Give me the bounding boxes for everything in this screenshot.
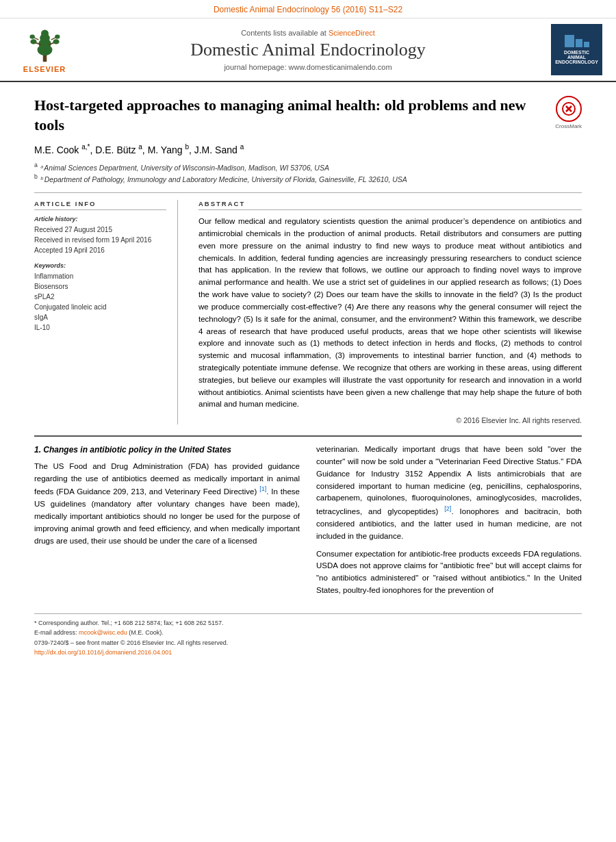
body-separator: [34, 435, 582, 437]
article-history: Article history: Received 27 August 2015…: [34, 216, 166, 255]
logo-sq1: [565, 35, 574, 47]
keyword-1: Inflammation: [34, 271, 166, 281]
journal-logo-image: DOMESTIC ANIMAL ENDOCRINOLOGY: [551, 24, 602, 75]
copyright-line: © 2016 Elsevier Inc. All rights reserved…: [198, 416, 582, 424]
email-link[interactable]: mcook@wisc.edu: [79, 629, 127, 636]
keyword-5: sIgA: [34, 312, 166, 322]
crossmark-icon: [556, 96, 582, 122]
body-col-right: veterinarian. Medically important drugs …: [316, 444, 582, 602]
journal-logo-box: DOMESTIC ANIMAL ENDOCRINOLOGY: [541, 24, 602, 75]
sciencedirect-link[interactable]: ScienceDirect: [329, 29, 375, 37]
affiliations: a ᵃ Animal Sciences Department, Universi…: [34, 161, 582, 184]
elsevier-logo: ELSEVIER: [14, 26, 75, 73]
abstract-column: ABSTRACT Our fellow medical and regulato…: [198, 200, 582, 424]
crossmark: CrossMark: [555, 96, 582, 129]
logo-line2: ANIMAL: [567, 55, 586, 60]
doi-link[interactable]: http://dx.doi.org/10.1016/j.domaniend.20…: [34, 649, 172, 656]
body-col1-para1: The US Food and Drug Administration (FDA…: [34, 461, 300, 548]
keyword-2: Biosensors: [34, 281, 166, 292]
svg-point-6: [30, 39, 36, 44]
elsevier-tree-icon: [26, 26, 64, 64]
ref-2: [2]: [444, 505, 451, 512]
separator-after-affiliations: [34, 192, 582, 193]
footer-separator: [34, 613, 582, 614]
body-col-left: 1. Changes in antibiotic policy in the U…: [34, 444, 300, 602]
article-info-header: ARTICLE INFO: [34, 200, 166, 210]
abstract-paragraph: Our fellow medical and regulatory scient…: [198, 216, 582, 411]
crossmark-label: CrossMark: [555, 123, 582, 129]
keyword-4: Conjugated linoleic acid: [34, 302, 166, 312]
crossmark-svg: [564, 104, 574, 114]
footer: * Corresponding author. Tel.; +1 608 212…: [34, 618, 582, 658]
footnote-corresponding: * Corresponding author. Tel.; +1 608 212…: [34, 618, 582, 628]
logo-sq2: [576, 39, 582, 47]
keyword-6: IL-10: [34, 322, 166, 333]
footnote-email: E-mail address: mcook@wisc.edu (M.E. Coo…: [34, 628, 582, 637]
svg-point-8: [29, 34, 34, 38]
svg-point-12: [55, 34, 60, 38]
svg-point-4: [41, 30, 49, 38]
logo-sq3: [584, 42, 589, 47]
journal-center: Contents lists available at ScienceDirec…: [75, 29, 541, 71]
authors-text: M.E. Cook a,*, D.E. Bütz a, M. Yang b, J…: [34, 144, 244, 155]
affiliation-a: a ᵃ Animal Sciences Department, Universi…: [34, 161, 582, 173]
logo-line3: ENDOCRINOLOGY: [555, 60, 598, 64]
section1-title: 1. Changes in antibiotic policy in the U…: [34, 444, 300, 457]
article-info-abstract-cols: ARTICLE INFO Article history: Received 2…: [34, 200, 582, 424]
article-keywords: Keywords: Inflammation Biosensors sPLA2 …: [34, 262, 166, 333]
footer-doi: http://dx.doi.org/10.1016/j.domaniend.20…: [34, 648, 582, 657]
affiliation-b: b ᵇ Department of Pathology, Immunology …: [34, 173, 582, 184]
abstract-text: Our fellow medical and regulatory scient…: [198, 216, 582, 411]
elsevier-brand-label: ELSEVIER: [23, 65, 66, 73]
logo-squares: [565, 35, 589, 47]
journal-ref-link[interactable]: Domestic Animal Endocrinology 56 (2016) …: [214, 5, 402, 14]
body-columns: 1. Changes in antibiotic policy in the U…: [34, 444, 582, 602]
history-received: Received 27 August 2015: [34, 225, 166, 235]
keywords-label: Keywords:: [34, 262, 166, 269]
body-col2-para1: veterinarian. Medically important drugs …: [316, 444, 582, 542]
top-bar: Domestic Animal Endocrinology 56 (2016) …: [0, 0, 616, 18]
history-label: Article history:: [34, 216, 166, 222]
footer-issn: 0739-7240/$ – see front matter © 2016 El…: [34, 638, 582, 648]
sciencedirect-line: Contents lists available at ScienceDirec…: [82, 29, 534, 37]
article-title-section: Host-targeted approaches to managing ani…: [34, 96, 582, 135]
journal-header: ELSEVIER Contents lists available at Sci…: [0, 18, 616, 82]
logo-line1: DOMESTIC: [564, 50, 589, 55]
ref-1: [1]: [259, 485, 266, 492]
article-title: Host-targeted approaches to managing ani…: [34, 96, 545, 135]
keyword-3: sPLA2: [34, 292, 166, 302]
main-content: Host-targeted approaches to managing ani…: [0, 82, 616, 671]
svg-point-10: [53, 39, 59, 44]
history-accepted: Accepted 19 April 2016: [34, 245, 166, 255]
authors: M.E. Cook a,*, D.E. Bütz a, M. Yang b, J…: [34, 143, 582, 155]
journal-title: Domestic Animal Endocrinology: [82, 40, 534, 60]
crossmark-inner: [562, 102, 576, 116]
history-revised: Received in revised form 19 April 2016: [34, 235, 166, 245]
body-col2-para2: Consumer expectation for antibiotic-free…: [316, 548, 582, 597]
article-info-column: ARTICLE INFO Article history: Received 2…: [34, 200, 178, 424]
abstract-header: ABSTRACT: [198, 200, 582, 210]
journal-homepage: journal homepage: www.domesticanimalendo…: [82, 63, 534, 71]
